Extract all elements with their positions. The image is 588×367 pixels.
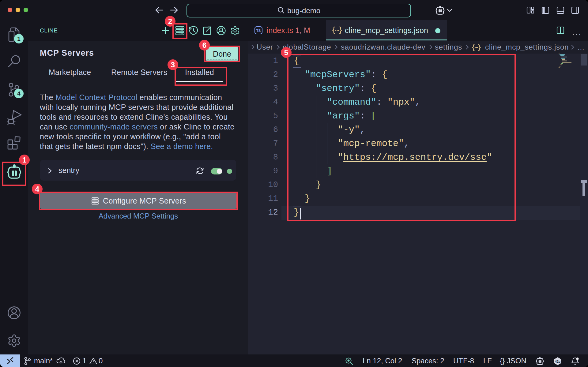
svg-text:42c: 42c [555, 360, 560, 363]
svg-text:TS: TS [256, 29, 261, 32]
